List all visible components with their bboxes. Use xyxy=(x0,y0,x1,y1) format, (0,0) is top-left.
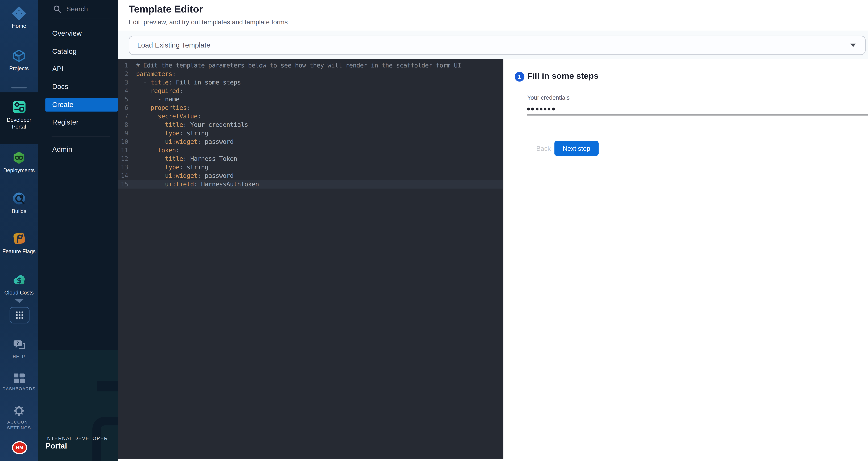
sidebar-item-overview[interactable]: Overview xyxy=(52,29,82,38)
next-step-button[interactable]: Next step xyxy=(554,141,598,156)
module-picker-button[interactable] xyxy=(10,307,30,324)
rail-item-label: Developer Portal xyxy=(0,117,38,130)
code-text: secretValue: xyxy=(136,112,201,120)
template-toolbar: Load Existing Template xyxy=(118,31,868,59)
code-line[interactable]: 1# Edit the template parameters below to… xyxy=(118,61,503,69)
code-text: required: xyxy=(136,86,183,95)
page-header: Template Editor Edit, preview, and try o… xyxy=(118,0,868,31)
yaml-code-editor[interactable]: 1# Edit the template parameters below to… xyxy=(118,59,503,459)
line-number: 4 xyxy=(118,86,128,95)
help-chat-icon: ? xyxy=(12,339,26,352)
code-line[interactable]: 8 title: Your credentials xyxy=(118,120,503,129)
cloud-costs-icon: $ xyxy=(12,272,26,287)
svg-text:?: ? xyxy=(16,341,19,347)
code-line[interactable]: 7 secretValue: xyxy=(118,112,503,120)
rail-item-label: Cloud Costs xyxy=(0,290,38,296)
code-line[interactable]: 10 ui:widget: password xyxy=(118,137,503,146)
rail-item-account-settings[interactable]: ACCOUNT SETTINGS xyxy=(0,404,38,431)
app-window: Home Projects Developer Port xyxy=(0,0,868,461)
step-title: Fill in some steps xyxy=(527,71,598,80)
rail-item-help[interactable]: ? HELP xyxy=(0,339,38,360)
code-text: ui:field: HarnessAuthToken xyxy=(136,180,259,188)
load-template-select[interactable]: Load Existing Template xyxy=(129,36,866,55)
rail-item-feature-flags[interactable]: Feature Flags xyxy=(0,231,38,255)
code-line[interactable]: 9 type: string xyxy=(118,129,503,137)
line-number: 8 xyxy=(118,120,128,129)
code-line[interactable]: 15 ui:field: HarnessAuthToken xyxy=(118,180,503,188)
code-line[interactable]: 5 - name xyxy=(118,95,503,103)
code-line[interactable]: 6 properties: xyxy=(118,103,503,112)
dashboards-icon xyxy=(13,373,25,384)
step-number: 1 xyxy=(518,73,521,80)
rail-item-cloud-costs[interactable]: $ Cloud Costs xyxy=(0,272,38,296)
rail-item-label: HELP xyxy=(0,354,38,360)
line-number: 3 xyxy=(118,78,128,86)
avatar-initials: HM xyxy=(16,445,23,450)
back-button[interactable]: Back xyxy=(532,141,555,156)
code-text: - title: Fill in some steps xyxy=(136,78,241,86)
rail-item-projects[interactable]: Projects xyxy=(0,49,38,72)
code-line[interactable]: 13 type: string xyxy=(118,163,503,171)
rail-item-builds[interactable]: Builds xyxy=(0,192,38,215)
rail-item-home[interactable]: Home xyxy=(0,6,38,30)
line-number: 6 xyxy=(118,103,128,112)
developer-portal-icon xyxy=(12,100,26,114)
code-text: ui:widget: password xyxy=(136,171,234,180)
sidebar-item-admin[interactable]: Admin xyxy=(52,145,72,154)
form-preview-panel: 1 Fill in some steps Your credentials Ba… xyxy=(503,59,868,461)
password-dots xyxy=(527,107,555,110)
gear-icon xyxy=(12,404,26,417)
code-text: properties: xyxy=(136,103,190,112)
rail-item-deployments[interactable]: Deployments xyxy=(0,151,38,174)
line-number: 14 xyxy=(118,171,128,180)
page-subtitle: Edit, preview, and try out templates and… xyxy=(129,19,288,26)
credentials-password-input[interactable] xyxy=(527,104,868,117)
rail-item-label: ACCOUNT SETTINGS xyxy=(0,420,38,431)
rail-item-label: Builds xyxy=(0,208,38,215)
sidebar-divider xyxy=(52,136,110,137)
sidebar-item-docs[interactable]: Docs xyxy=(52,82,68,91)
svg-text:$: $ xyxy=(17,276,21,285)
brand-eyebrow: INTERNAL DEVELOPER xyxy=(45,435,108,441)
sidebar-item-create[interactable]: Create xyxy=(45,98,118,111)
code-text: # Edit the template parameters below to … xyxy=(136,61,461,69)
line-number: 5 xyxy=(118,95,128,103)
rail-item-dashboards[interactable]: DASHBOARDS xyxy=(0,373,38,392)
code-text: token: xyxy=(136,146,180,154)
rail-item-label: DASHBOARDS xyxy=(0,386,38,392)
sidebar-item-label: Create xyxy=(52,101,73,109)
code-text: title: Your credentials xyxy=(136,120,248,129)
brand-title: Portal xyxy=(45,442,67,450)
sidebar-search[interactable]: Search xyxy=(53,5,88,13)
rail-item-developer-portal[interactable]: Developer Portal xyxy=(0,100,38,130)
code-lines: 1# Edit the template parameters below to… xyxy=(118,61,503,188)
select-value: Load Existing Template xyxy=(137,41,210,49)
code-line[interactable]: 3 - title: Fill in some steps xyxy=(118,78,503,86)
rail-expand-chevron[interactable] xyxy=(0,299,38,303)
code-line[interactable]: 4 required: xyxy=(118,86,503,95)
code-line[interactable]: 2parameters: xyxy=(118,69,503,78)
code-text: type: string xyxy=(136,163,208,171)
plugin-sidebar: Search Overview Catalog API Docs Create … xyxy=(38,0,118,461)
sidebar-item-register[interactable]: Register xyxy=(52,118,79,127)
code-text: - name xyxy=(136,95,180,103)
code-line[interactable]: 12 title: Harness Token xyxy=(118,154,503,163)
code-text: parameters: xyxy=(136,69,176,78)
user-avatar[interactable]: HM xyxy=(12,441,27,454)
sidebar-item-catalog[interactable]: Catalog xyxy=(52,47,76,56)
line-number: 11 xyxy=(118,146,128,154)
rail-item-label: Home xyxy=(0,23,38,30)
page-title: Template Editor xyxy=(129,3,203,15)
search-icon xyxy=(53,5,61,13)
rail-divider xyxy=(11,87,27,89)
line-number: 10 xyxy=(118,137,128,146)
step-badge: 1 xyxy=(515,72,524,81)
code-line[interactable]: 11 token: xyxy=(118,146,503,154)
line-number: 7 xyxy=(118,112,128,120)
rail-item-label: Projects xyxy=(0,65,38,72)
select-caret-icon xyxy=(850,43,856,47)
search-placeholder: Search xyxy=(66,5,88,13)
line-number: 12 xyxy=(118,154,128,163)
sidebar-item-api[interactable]: API xyxy=(52,65,64,73)
code-line[interactable]: 14 ui:widget: password xyxy=(118,171,503,180)
